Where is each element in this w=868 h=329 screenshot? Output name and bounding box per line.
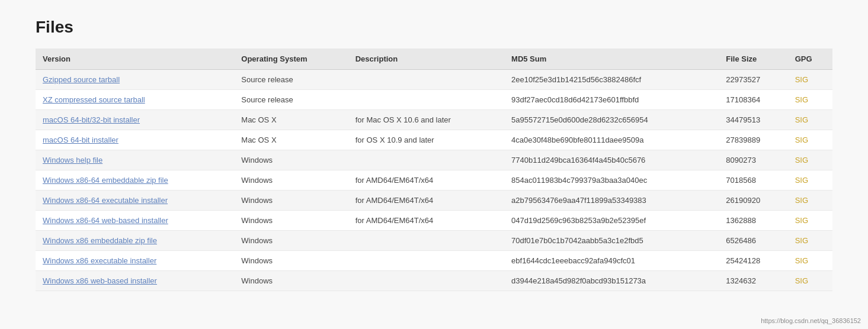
os-cell: Windows [234, 211, 348, 231]
description-cell [348, 271, 504, 291]
table-row: Gzipped source tarballSource release2ee1… [36, 70, 832, 90]
filesize-cell: 1362888 [719, 211, 787, 231]
table-row: Windows x86 embeddable zip fileWindows70… [36, 231, 832, 251]
md5-cell: 854ac011983b4c799379a3baa3a040ec [504, 170, 719, 191]
os-cell: Windows [234, 191, 348, 211]
os-cell: Windows [234, 251, 348, 271]
table-body: Gzipped source tarballSource release2ee1… [36, 70, 832, 291]
md5-cell: 70df01e7b0c1b7042aabb5a3c1e2fbd5 [504, 231, 719, 251]
version-link[interactable]: Windows x86 executable installer [43, 256, 156, 265]
os-cell: Mac OS X [234, 110, 348, 130]
gpg-sig-link[interactable]: SIG [795, 196, 808, 205]
filesize-cell: 34479513 [719, 110, 787, 130]
md5-cell: 2ee10f25e3d1b14215d56c3882486fcf [504, 70, 719, 90]
version-link[interactable]: Gzipped source tarball [43, 75, 120, 84]
md5-cell: 7740b11d249bca16364f4a45b40c5676 [504, 150, 719, 170]
gpg-sig-link[interactable]: SIG [795, 216, 808, 225]
os-cell: Windows [234, 231, 348, 251]
os-cell: Windows [234, 150, 348, 170]
filesize-cell: 25424128 [719, 251, 787, 271]
col-header-version: Version [36, 49, 234, 70]
filesize-cell: 17108364 [719, 90, 787, 110]
table-row: Windows x86-64 embeddable zip fileWindow… [36, 170, 832, 191]
version-link[interactable]: macOS 64-bit/32-bit installer [43, 115, 140, 124]
version-link[interactable]: Windows help file [43, 156, 103, 164]
table-header-row: Version Operating System Description MD5… [36, 49, 832, 70]
filesize-cell: 27839889 [719, 130, 787, 150]
gpg-sig-link[interactable]: SIG [795, 256, 808, 265]
table-row: macOS 64-bit installerMac OS Xfor OS X 1… [36, 130, 832, 150]
filesize-cell: 8090273 [719, 150, 787, 170]
col-header-md5: MD5 Sum [504, 49, 719, 70]
md5-cell: 4ca0e30f48be690bfe80111daee9509a [504, 130, 719, 150]
files-table-container: Version Operating System Description MD5… [36, 49, 832, 291]
table-row: Windows help fileWindows7740b11d249bca16… [36, 150, 832, 170]
description-cell: for OS X 10.9 and later [348, 130, 504, 150]
version-link[interactable]: macOS 64-bit installer [43, 136, 118, 144]
description-cell: for Mac OS X 10.6 and later [348, 110, 504, 130]
table-row: Windows x86-64 web-based installerWindow… [36, 211, 832, 231]
description-cell: for AMD64/EM64T/x64 [348, 170, 504, 191]
os-cell: Mac OS X [234, 130, 348, 150]
gpg-sig-link[interactable]: SIG [795, 156, 808, 164]
filesize-cell: 7018568 [719, 170, 787, 191]
version-link[interactable]: Windows x86 web-based installer [43, 276, 157, 285]
gpg-sig-link[interactable]: SIG [795, 95, 808, 104]
description-cell [348, 251, 504, 271]
table-row: Windows x86 executable installerWindowse… [36, 251, 832, 271]
gpg-sig-link[interactable]: SIG [795, 75, 808, 84]
description-cell [348, 231, 504, 251]
table-row: macOS 64-bit/32-bit installerMac OS Xfor… [36, 110, 832, 130]
description-cell: for AMD64/EM64T/x64 [348, 211, 504, 231]
version-link[interactable]: XZ compressed source tarball [43, 95, 145, 104]
filesize-cell: 6526486 [719, 231, 787, 251]
os-cell: Source release [234, 70, 348, 90]
gpg-sig-link[interactable]: SIG [795, 176, 808, 185]
os-cell: Source release [234, 90, 348, 110]
md5-cell: 93df27aec0cd18d6d42173e601ffbbfd [504, 90, 719, 110]
gpg-sig-link[interactable]: SIG [795, 115, 808, 124]
version-link[interactable]: Windows x86-64 executable installer [43, 196, 168, 205]
description-cell [348, 150, 504, 170]
table-row: Windows x86 web-based installerWindowsd3… [36, 271, 832, 291]
gpg-sig-link[interactable]: SIG [795, 236, 808, 245]
page-title: Files [36, 18, 832, 37]
md5-cell: 5a95572715e0d600de28d6232c656954 [504, 110, 719, 130]
filesize-cell: 26190920 [719, 191, 787, 211]
md5-cell: 047d19d2569c963b8253a9b2e52395ef [504, 211, 719, 231]
col-header-os: Operating System [234, 49, 348, 70]
files-table: Version Operating System Description MD5… [36, 49, 832, 291]
col-header-gpg: GPG [788, 49, 832, 70]
description-cell [348, 70, 504, 90]
md5-cell: ebf1644cdc1eeebacc92afa949cfc01 [504, 251, 719, 271]
version-link[interactable]: Windows x86 embeddable zip file [43, 236, 157, 245]
os-cell: Windows [234, 271, 348, 291]
os-cell: Windows [234, 170, 348, 191]
md5-cell: a2b79563476e9aa47f11899a53349383 [504, 191, 719, 211]
col-header-description: Description [348, 49, 504, 70]
md5-cell: d3944e218a45d982f0abcd93b151273a [504, 271, 719, 291]
description-cell [348, 90, 504, 110]
version-link[interactable]: Windows x86-64 web-based installer [43, 216, 168, 225]
filesize-cell: 22973527 [719, 70, 787, 90]
version-link[interactable]: Windows x86-64 embeddable zip file [43, 176, 168, 185]
col-header-filesize: File Size [719, 49, 787, 70]
table-row: Windows x86-64 executable installerWindo… [36, 191, 832, 211]
description-cell: for AMD64/EM64T/x64 [348, 191, 504, 211]
filesize-cell: 1324632 [719, 271, 787, 291]
gpg-sig-link[interactable]: SIG [795, 136, 808, 144]
gpg-sig-link[interactable]: SIG [795, 276, 808, 285]
table-row: XZ compressed source tarballSource relea… [36, 90, 832, 110]
